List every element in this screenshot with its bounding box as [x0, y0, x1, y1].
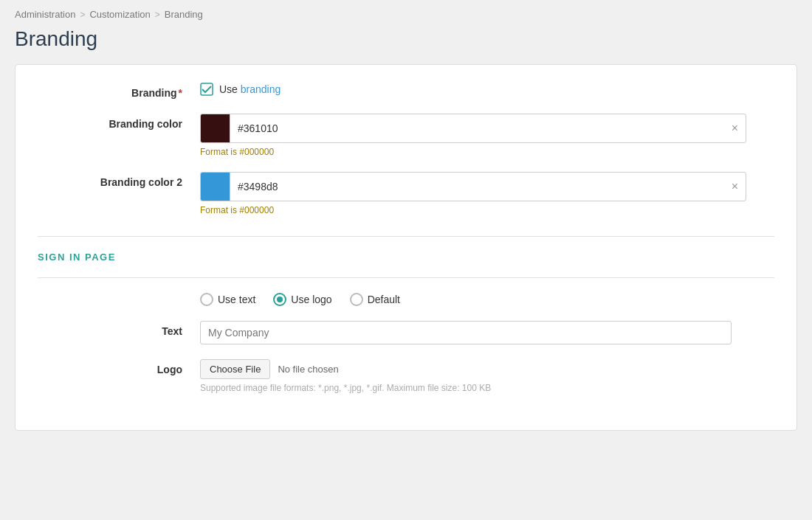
branding-color2-swatch[interactable] — [201, 173, 230, 201]
branding-checkbox[interactable] — [200, 83, 213, 96]
branding-color-clear[interactable]: × — [724, 118, 746, 139]
radio-use-logo[interactable]: Use logo — [273, 293, 331, 306]
branding-color-control: × Format is #000000 — [200, 114, 774, 157]
breadcrumb-customization[interactable]: Customization — [89, 9, 150, 20]
breadcrumb-sep-2: > — [155, 10, 160, 20]
breadcrumb-sep-1: > — [80, 10, 85, 20]
file-input-wrapper: Choose File No file chosen — [200, 359, 774, 379]
branding-color2-label: Branding color 2 — [38, 172, 200, 188]
branding-color2-hint: Format is #000000 — [200, 205, 774, 215]
sign-in-page-heading: SIGN IN PAGE — [38, 252, 774, 263]
breadcrumb-administration[interactable]: Administration — [15, 9, 75, 20]
branding-color-swatch[interactable] — [201, 114, 230, 142]
radio-circle-default — [350, 293, 363, 306]
branding-card: Branding* Use branding Bran — [15, 64, 797, 431]
logo-field-control: Choose File No file chosen Supported ima… — [200, 359, 774, 393]
radio-group: Use text Use logo Default — [38, 293, 774, 306]
text-field-label: Text — [38, 321, 200, 337]
branding-color2-clear[interactable]: × — [724, 176, 746, 197]
branding-row: Branding* Use branding — [38, 83, 774, 99]
breadcrumb-branding: Branding — [165, 9, 203, 20]
choose-file-button[interactable]: Choose File — [200, 359, 270, 379]
radio-label-use-text: Use text — [218, 294, 255, 305]
radio-default[interactable]: Default — [350, 293, 400, 306]
radio-label-default: Default — [368, 294, 400, 305]
branding-color-row: Branding color × Format is #000000 — [38, 114, 774, 157]
branding-color-label: Branding color — [38, 114, 200, 130]
radio-circle-use-text — [200, 293, 213, 306]
text-field-control — [200, 321, 774, 344]
page-title: Branding — [15, 27, 797, 51]
branding-color2-input[interactable] — [230, 176, 724, 197]
logo-field-row: Logo Choose File No file chosen Supporte… — [38, 359, 774, 393]
branding-color-hint: Format is #000000 — [200, 147, 774, 157]
radio-dot-use-logo — [277, 297, 283, 302]
branding-color-input-wrapper: × — [200, 114, 746, 143]
breadcrumb: Administration > Customization > Brandin… — [15, 9, 797, 20]
branding-control: Use branding — [200, 83, 774, 96]
text-field-row: Text — [38, 321, 774, 344]
file-hint: Supported image file formats: *.png, *.j… — [200, 383, 774, 393]
radio-use-text[interactable]: Use text — [200, 293, 255, 306]
branding-label: Branding* — [38, 83, 200, 99]
branding-color2-input-wrapper: × — [200, 172, 746, 201]
branding-color2-control: × Format is #000000 — [200, 172, 774, 215]
branding-color2-row: Branding color 2 × Format is #000000 — [38, 172, 774, 215]
radio-circle-use-logo — [273, 293, 286, 306]
branding-checkbox-label: Use branding — [219, 83, 281, 95]
no-file-label: No file chosen — [278, 364, 338, 375]
radio-label-use-logo: Use logo — [291, 294, 331, 305]
text-field-input[interactable] — [200, 321, 732, 344]
required-indicator: * — [179, 87, 182, 99]
logo-field-label: Logo — [38, 359, 200, 375]
section-divider-2 — [38, 277, 774, 278]
section-divider — [38, 236, 774, 237]
branding-color-input[interactable] — [230, 118, 724, 139]
